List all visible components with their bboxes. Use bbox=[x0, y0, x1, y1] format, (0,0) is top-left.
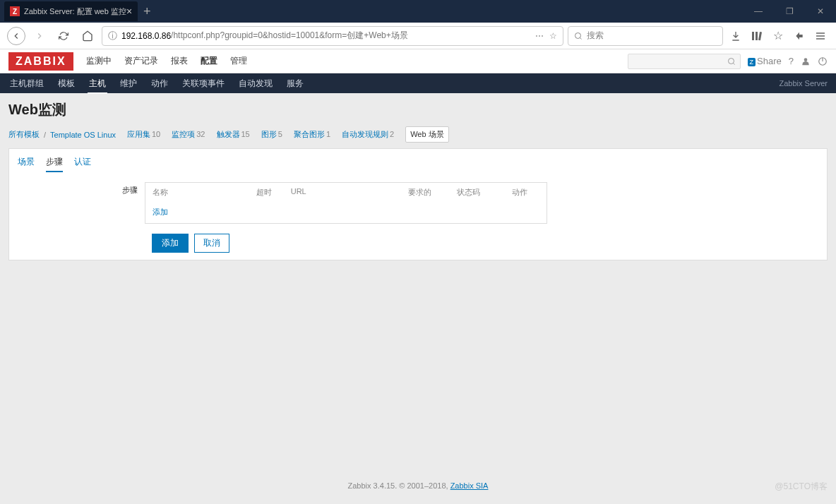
bookmark-star-icon[interactable]: ☆ bbox=[549, 31, 557, 41]
minimize-button[interactable]: — bbox=[743, 0, 774, 23]
zabbix-search[interactable] bbox=[628, 54, 741, 69]
breadcrumb-template[interactable]: Template OS Linux bbox=[50, 131, 116, 139]
search-placeholder: 搜索 bbox=[587, 30, 604, 42]
col-name: 名称 bbox=[153, 187, 256, 198]
col-timeout: 超时 bbox=[256, 187, 291, 198]
add-button[interactable]: 添加 bbox=[152, 234, 189, 253]
filter-items[interactable]: 监控项32 bbox=[172, 129, 205, 140]
forward-button[interactable] bbox=[30, 26, 49, 46]
subnav-correlation[interactable]: 关联项事件 bbox=[181, 73, 226, 94]
menu-icon[interactable] bbox=[812, 28, 829, 44]
footer: Zabbix 3.4.15. © 2001–2018, Zabbix SIA bbox=[0, 481, 836, 490]
page-actions-icon[interactable]: ⋯ bbox=[535, 31, 544, 41]
steps-table-header: 名称 超时 URL 要求的 状态码 动作 bbox=[145, 183, 547, 202]
server-label: Zabbix Server bbox=[780, 79, 828, 88]
footer-text: Zabbix 3.4.15. © 2001–2018, bbox=[348, 481, 450, 490]
window-controls: — ❐ ✕ bbox=[743, 0, 836, 23]
steps-table: 名称 超时 URL 要求的 状态码 动作 添加 bbox=[145, 182, 547, 224]
nav-administration[interactable]: 管理 bbox=[230, 49, 247, 73]
filter-discovery-rules[interactable]: 自动发现规则2 bbox=[342, 129, 394, 140]
cancel-button[interactable]: 取消 bbox=[194, 234, 229, 253]
undo-icon[interactable] bbox=[791, 28, 808, 44]
new-tab-button[interactable]: + bbox=[143, 4, 151, 19]
svg-point-0 bbox=[575, 32, 581, 38]
browser-toolbar: ⓘ 192.168.0.86/httpconf.php?groupid=0&ho… bbox=[0, 23, 836, 49]
steps-form-row: 步骤 名称 超时 URL 要求的 状态码 动作 添加 bbox=[18, 182, 818, 224]
downloads-icon[interactable] bbox=[727, 28, 744, 44]
search-bar[interactable]: 搜索 bbox=[568, 26, 723, 46]
subnav-discovery[interactable]: 自动发现 bbox=[237, 73, 274, 94]
svg-point-4 bbox=[728, 58, 734, 64]
svg-point-5 bbox=[804, 58, 808, 61]
filter-screens[interactable]: 聚合图形1 bbox=[294, 129, 330, 140]
nav-monitoring[interactable]: 监测中 bbox=[86, 49, 112, 73]
col-required: 要求的 bbox=[408, 187, 457, 198]
url-domain: 192.168.0.86 bbox=[121, 31, 171, 41]
page-content: Web监测 所有模板 / Template OS Linux 应用集10 监控项… bbox=[0, 93, 836, 268]
nav-reports[interactable]: 报表 bbox=[171, 49, 188, 73]
breadcrumb-all-templates[interactable]: 所有模板 bbox=[8, 129, 40, 140]
user-icon[interactable] bbox=[801, 56, 811, 66]
library-icon[interactable] bbox=[748, 28, 765, 44]
svg-rect-1 bbox=[752, 32, 754, 40]
filter-applications[interactable]: 应用集10 bbox=[127, 129, 160, 140]
zabbix-logo[interactable]: ZABBIX bbox=[8, 52, 73, 71]
col-status: 状态码 bbox=[457, 187, 512, 198]
zabbix-header: ZABBIX 监测中 资产记录 报表 配置 管理 ZShare ? bbox=[0, 49, 836, 73]
svg-rect-3 bbox=[758, 31, 762, 40]
url-bar[interactable]: ⓘ 192.168.0.86/httpconf.php?groupid=0&ho… bbox=[102, 26, 563, 46]
tab-auth[interactable]: 认证 bbox=[74, 156, 91, 172]
steps-label: 步骤 bbox=[18, 182, 145, 196]
back-button[interactable] bbox=[7, 27, 25, 45]
share-link[interactable]: ZShare bbox=[748, 56, 782, 66]
filter-web-scenarios[interactable]: Web 场景 bbox=[405, 126, 448, 143]
filter-graphs[interactable]: 图形5 bbox=[261, 129, 282, 140]
form-buttons: 添加 取消 bbox=[152, 234, 818, 253]
tab-title: Zabbix Server: 配置 web 监控 bbox=[24, 6, 126, 17]
main-nav: 监测中 资产记录 报表 配置 管理 bbox=[86, 49, 247, 73]
help-icon[interactable]: ? bbox=[789, 56, 794, 66]
form-tabs: 场景 步骤 认证 bbox=[18, 156, 818, 172]
add-step-link[interactable]: 添加 bbox=[153, 208, 168, 216]
bookmark-icon[interactable]: ☆ bbox=[770, 28, 787, 44]
subnav-maintenance[interactable]: 维护 bbox=[119, 73, 138, 94]
browser-tab[interactable]: Z Zabbix Server: 配置 web 监控 × bbox=[4, 1, 138, 21]
breadcrumb-separator: / bbox=[44, 131, 46, 139]
filter-triggers[interactable]: 触发器15 bbox=[217, 129, 250, 140]
sub-nav: 主机群组 模板 主机 维护 动作 关联项事件 自动发现 服务 Zabbix Se… bbox=[0, 73, 836, 93]
subnav-templates[interactable]: 模板 bbox=[56, 73, 76, 94]
page-title: Web监测 bbox=[8, 100, 828, 119]
tab-scenario[interactable]: 场景 bbox=[18, 156, 35, 172]
svg-rect-2 bbox=[756, 32, 758, 40]
steps-add-row: 添加 bbox=[145, 202, 547, 223]
tab-favicon-icon: Z bbox=[10, 6, 20, 16]
tab-steps[interactable]: 步骤 bbox=[46, 156, 63, 172]
home-button[interactable] bbox=[78, 26, 97, 46]
subnav-services[interactable]: 服务 bbox=[285, 73, 305, 94]
info-icon[interactable]: ⓘ bbox=[108, 30, 117, 42]
content-box: 场景 步骤 认证 步骤 名称 超时 URL 要求的 状态码 动作 添加 bbox=[8, 148, 828, 260]
col-action: 动作 bbox=[512, 187, 539, 198]
search-icon bbox=[574, 32, 583, 40]
subnav-hostgroups[interactable]: 主机群组 bbox=[8, 73, 45, 94]
url-path: /httpconf.php?groupid=0&hostid=10001&for… bbox=[171, 30, 408, 42]
logout-icon[interactable] bbox=[818, 56, 828, 66]
nav-inventory[interactable]: 资产记录 bbox=[124, 49, 158, 73]
browser-tab-bar: Z Zabbix Server: 配置 web 监控 × + — ❐ ✕ bbox=[0, 0, 836, 23]
watermark: @51CTO博客 bbox=[775, 481, 828, 493]
nav-configuration[interactable]: 配置 bbox=[201, 49, 217, 73]
maximize-button[interactable]: ❐ bbox=[774, 0, 805, 23]
reload-button[interactable] bbox=[54, 26, 73, 46]
subnav-actions[interactable]: 动作 bbox=[150, 73, 169, 94]
breadcrumb-filter: 所有模板 / Template OS Linux 应用集10 监控项32 触发器… bbox=[8, 126, 828, 143]
col-url: URL bbox=[291, 187, 408, 198]
footer-link[interactable]: Zabbix SIA bbox=[450, 481, 489, 490]
close-window-button[interactable]: ✕ bbox=[805, 0, 836, 23]
close-tab-icon[interactable]: × bbox=[126, 6, 132, 17]
subnav-hosts[interactable]: 主机 bbox=[88, 73, 107, 94]
